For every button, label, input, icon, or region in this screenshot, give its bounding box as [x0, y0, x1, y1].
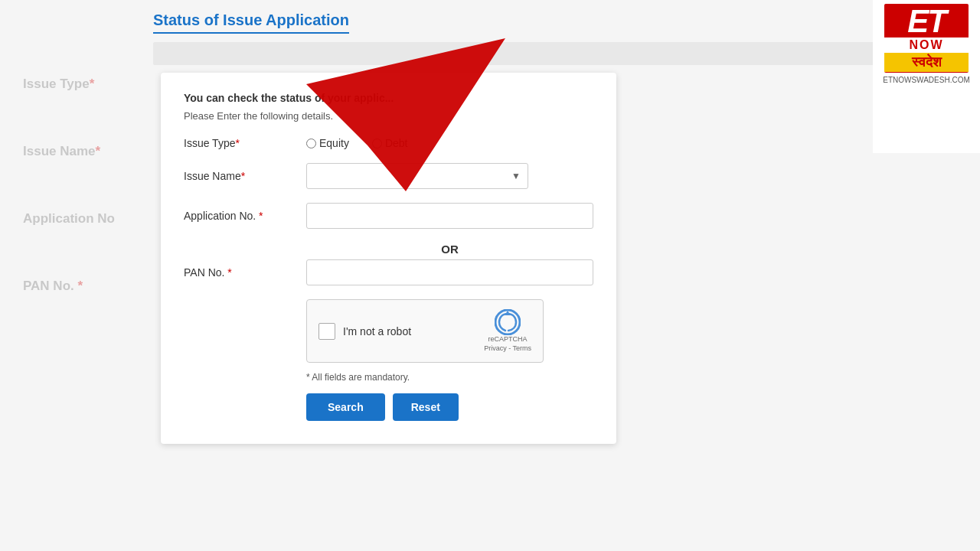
input-strip: [153, 42, 972, 65]
issue-name-label: Issue Name*: [184, 170, 306, 182]
issue-type-row: Issue Type* Equity Debt: [184, 137, 593, 149]
bg-label-issue-type: Issue Type*: [23, 77, 153, 92]
et-letters: ET: [907, 5, 946, 37]
radio-equity-label: Equity: [319, 137, 349, 149]
radio-equity-input[interactable]: [306, 139, 316, 148]
swadesh-bar: स्वदेश: [884, 53, 969, 72]
pan-no-label: PAN No. *: [184, 266, 306, 279]
captcha-left: I'm not a robot: [318, 323, 411, 340]
captcha-recaptcha-text: reCAPTCHA Privacy - Terms: [484, 335, 531, 353]
captcha-checkbox[interactable]: [318, 323, 335, 340]
radio-equity-option[interactable]: Equity: [306, 137, 349, 149]
issue-name-select[interactable]: [306, 163, 528, 189]
application-no-label: Application No. *: [184, 210, 306, 222]
recaptcha-logo: [495, 309, 521, 335]
application-no-row: Application No. *: [184, 203, 593, 229]
bg-label-issue-name: Issue Name*: [23, 144, 153, 159]
svg-marker-2: [505, 311, 511, 315]
issue-name-row: Issue Name* ▼: [184, 163, 593, 189]
captcha-right: reCAPTCHA Privacy - Terms: [484, 309, 531, 353]
mandatory-note: * All fields are mandatory.: [306, 372, 593, 383]
issue-type-label: Issue Type*: [184, 137, 306, 149]
et-now-logo: ET NOW स्वदेश ETNOWSWADESH.COM: [873, 0, 980, 153]
issue-name-required: *: [241, 170, 245, 182]
page-title-bar: Status of Issue Application: [153, 0, 980, 38]
radio-debt-option[interactable]: Debt: [372, 137, 408, 149]
search-button[interactable]: Search: [306, 393, 385, 421]
issue-type-radio-group: Equity Debt: [306, 137, 408, 149]
issue-name-select-wrapper: ▼: [306, 163, 528, 189]
button-row: Search Reset: [306, 393, 593, 421]
pan-no-required: *: [227, 266, 231, 279]
et-logo-box: ET NOW स्वदेश: [884, 4, 969, 73]
issue-type-required: *: [235, 137, 239, 149]
radio-debt-input[interactable]: [372, 139, 382, 148]
form-card: You can check the status of your applic.…: [161, 73, 616, 444]
or-divider: OR: [306, 243, 593, 256]
main-content: Status of Issue Application Issue Type* …: [0, 0, 980, 551]
radio-debt-label: Debt: [385, 137, 408, 149]
et-url: ETNOWSWADESH.COM: [883, 76, 970, 84]
reset-button[interactable]: Reset: [393, 393, 459, 421]
page-title: Status of Issue Application: [153, 11, 349, 34]
now-bar: NOW: [884, 37, 969, 53]
pan-no-row: PAN No. *: [184, 259, 593, 285]
intro-sub: Please Enter the following details.: [184, 110, 593, 122]
bg-label-app-no: Application No: [23, 211, 153, 227]
application-no-required: *: [259, 210, 263, 222]
left-labels-panel: Issue Type* Issue Name* Application No P…: [23, 77, 153, 346]
captcha-label: I'm not a robot: [343, 325, 411, 337]
pan-no-input[interactable]: [306, 259, 593, 285]
captcha-container: I'm not a robot reCAPTCHA Privacy - Term…: [306, 299, 544, 363]
application-no-input[interactable]: [306, 203, 593, 229]
bg-label-pan-no: PAN No. *: [23, 279, 153, 294]
intro-text: You can check the status of your applic.…: [184, 92, 593, 104]
